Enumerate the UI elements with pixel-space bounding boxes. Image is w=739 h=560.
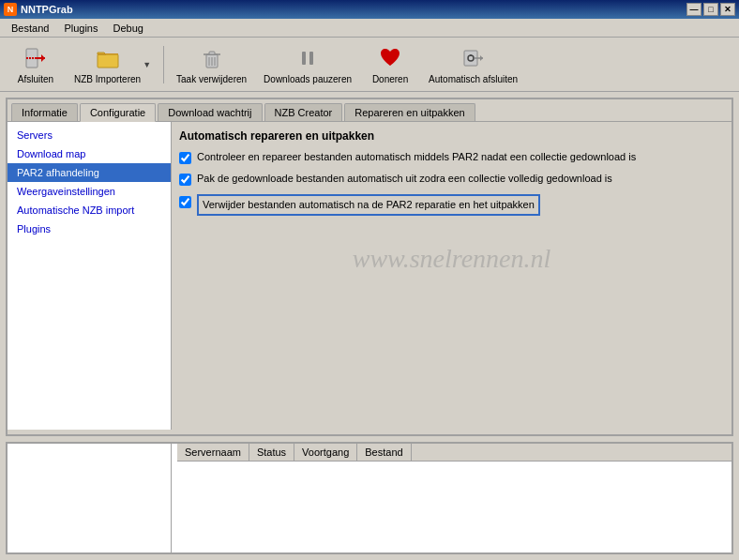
checkbox-3[interactable] — [179, 196, 191, 208]
checkbox-label-1: Controleer en repareer bestanden automat… — [197, 150, 636, 164]
svg-rect-4 — [98, 54, 118, 68]
import-label: NZB Importeren — [74, 74, 141, 84]
sidebar-item-nzb-import[interactable]: Automatische NZB import — [8, 201, 171, 219]
checkbox-row-3: Verwijder bestanden automatisch na de PA… — [179, 194, 724, 216]
tab-configuratie[interactable]: Configuratie — [80, 103, 156, 122]
col-bestand: Bestand — [357, 444, 411, 461]
close-btn[interactable]: ✕ — [720, 3, 735, 16]
title-bar-left: N NNTPGrab — [4, 3, 73, 16]
auto-label: Automatisch afsluiten — [429, 74, 518, 84]
tab-content: Servers Download map PAR2 afhandeling We… — [8, 121, 731, 430]
svg-rect-13 — [309, 52, 313, 65]
toolbar-import-btn[interactable]: NZB Importeren ▼ — [68, 41, 158, 88]
bottom-columns-header: Servernaam Status Voortgang Bestand — [177, 444, 731, 462]
toolbar-exit-btn[interactable]: Afsluiten — [8, 41, 64, 88]
checkbox-label-3: Verwijder bestanden automatisch na de PA… — [197, 194, 540, 216]
heart-icon — [377, 45, 403, 71]
toolbar-pause-btn[interactable]: Downloads pauzeren — [257, 41, 358, 88]
right-panel: Automatisch repareren en uitpakken Contr… — [172, 122, 731, 430]
sidebar-item-servers[interactable]: Servers — [8, 126, 171, 144]
minimize-btn[interactable]: — — [686, 3, 701, 16]
tab-informatie[interactable]: Informatie — [11, 103, 78, 121]
app-icon: N — [4, 3, 17, 16]
tab-download-wachtrij[interactable]: Download wachtrij — [158, 103, 262, 121]
col-servernaam: Servernaam — [177, 444, 249, 461]
watermark: www.snelrennen.nl — [179, 244, 724, 274]
checkbox-2[interactable] — [179, 174, 191, 186]
exit-icon — [23, 45, 49, 71]
toolbar-auto-btn[interactable]: Automatisch afsluiten — [422, 41, 524, 88]
menu-bar: Bestand Plugins Debug — [0, 19, 739, 38]
auto-icon — [460, 45, 487, 71]
tab-nzb-creator[interactable]: NZB Creator — [264, 103, 343, 121]
sidebar-item-weergave[interactable]: Weergaveinstellingen — [8, 182, 171, 201]
checkbox-label-2: Pak de gedownloade bestanden automatisch… — [197, 172, 612, 186]
title-bar-controls: — □ ✕ — [686, 3, 735, 16]
checkbox-row-2: Pak de gedownloade bestanden automatisch… — [179, 172, 724, 186]
col-voortgang: Voortgang — [294, 444, 357, 461]
svg-rect-8 — [209, 52, 215, 54]
toolbar-donate-btn[interactable]: Doneren — [362, 41, 418, 88]
maximize-btn[interactable]: □ — [703, 3, 718, 16]
svg-rect-12 — [302, 52, 306, 65]
title-bar: N NNTPGrab — □ ✕ — [0, 0, 739, 19]
tab-bar: Informatie Configuratie Download wachtri… — [8, 99, 731, 121]
delete-icon — [199, 45, 225, 71]
sidebar: Servers Download map PAR2 afhandeling We… — [8, 122, 172, 430]
svg-rect-5 — [98, 53, 118, 54]
menu-bestand[interactable]: Bestand — [4, 21, 56, 36]
bottom-left-panel — [8, 444, 172, 552]
svg-marker-2 — [41, 54, 45, 62]
app-title: NNTPGrab — [21, 4, 73, 15]
main-window: Informatie Configuratie Download wachtri… — [0, 92, 739, 560]
bottom-area: Servernaam Status Voortgang Bestand — [6, 442, 733, 554]
svg-marker-16 — [480, 55, 483, 61]
tab-repareren[interactable]: Repareren en uitpakken — [344, 103, 475, 121]
donate-label: Doneren — [372, 74, 408, 84]
checkbox-1[interactable] — [179, 152, 191, 164]
panel-title: Automatisch repareren en uitpakken — [179, 129, 724, 143]
menu-plugins[interactable]: Plugins — [56, 21, 105, 36]
menu-debug[interactable]: Debug — [105, 21, 150, 36]
exit-label: Afsluiten — [18, 74, 53, 84]
checkbox-row-1: Controleer en repareer bestanden automat… — [179, 150, 724, 164]
toolbar: Afsluiten NZB Importeren ▼ — [0, 38, 739, 92]
toolbar-delete-btn[interactable]: Taak verwijderen — [170, 41, 253, 88]
sidebar-item-plugins[interactable]: Plugins — [8, 219, 171, 238]
col-status: Status — [249, 444, 294, 461]
sidebar-item-par2[interactable]: PAR2 afhandeling — [8, 163, 171, 182]
import-dropdown-arrow[interactable]: ▼ — [143, 60, 151, 69]
sidebar-item-download-map[interactable]: Download map — [8, 144, 171, 163]
delete-label: Taak verwijderen — [176, 74, 247, 84]
tab-container: Informatie Configuratie Download wachtri… — [6, 98, 733, 436]
folder-icon — [95, 45, 121, 71]
pause-label: Downloads pauzeren — [264, 74, 352, 84]
bottom-right-panel: Servernaam Status Voortgang Bestand — [177, 444, 731, 552]
toolbar-sep-1 — [163, 46, 164, 83]
pause-icon — [294, 45, 321, 71]
